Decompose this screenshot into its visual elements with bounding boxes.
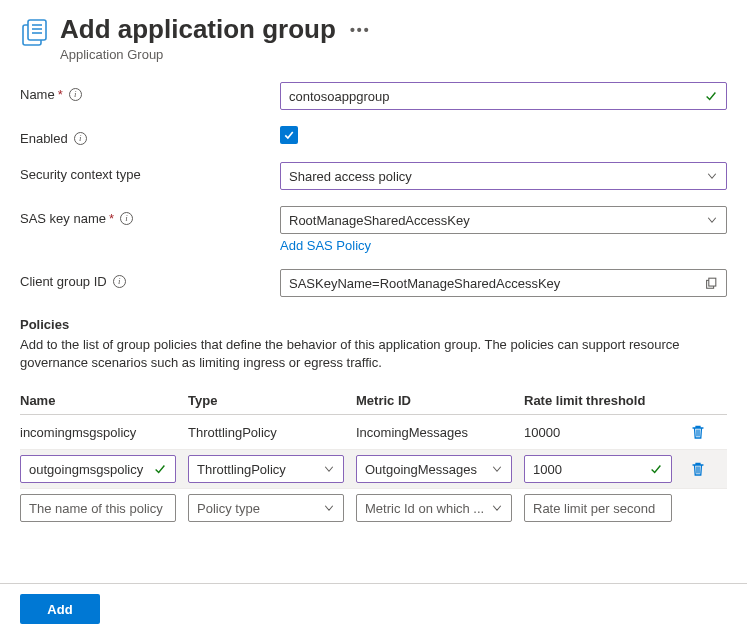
sas-key-name-value: RootManageSharedAccessKey — [289, 213, 700, 228]
add-sas-policy-link[interactable]: Add SAS Policy — [280, 238, 371, 253]
security-context-type-value: Shared access policy — [289, 169, 700, 184]
policies-heading: Policies — [20, 317, 727, 332]
client-group-id-value: SASKeyName=RootManageSharedAccessKey — [289, 276, 698, 291]
policies-description: Add to the list of group policies that d… — [20, 336, 727, 371]
info-icon[interactable]: i — [69, 88, 82, 101]
col-rate-header: Rate limit threshold — [524, 393, 684, 408]
policy-metric-select[interactable]: Metric Id on which ... — [356, 494, 512, 522]
sas-key-name-select[interactable]: RootManageSharedAccessKey — [280, 206, 727, 234]
name-input-value: contosoappgroup — [289, 89, 698, 104]
col-metric-header: Metric ID — [356, 393, 524, 408]
sas-key-name-label: SAS key name — [20, 211, 106, 226]
chevron-down-icon — [323, 502, 335, 514]
policy-rate-cell: 10000 — [524, 421, 684, 444]
col-name-header: Name — [20, 393, 188, 408]
policy-type-value: ThrottlingPolicy — [197, 462, 317, 477]
policy-type-select[interactable]: ThrottlingPolicy — [188, 455, 344, 483]
delete-policy-button[interactable] — [690, 461, 706, 477]
chevron-down-icon — [491, 463, 503, 475]
policy-row: incomingmsgspolicy ThrottlingPolicy Inco… — [20, 415, 727, 449]
policy-rate-input[interactable]: Rate limit per second — [524, 494, 672, 522]
app-group-icon — [20, 18, 50, 51]
policy-metric-placeholder: Metric Id on which ... — [365, 501, 485, 516]
policy-name-placeholder: The name of this policy — [29, 501, 167, 516]
more-actions-icon[interactable]: ••• — [350, 22, 371, 38]
col-type-header: Type — [188, 393, 356, 408]
chevron-down-icon — [706, 170, 718, 182]
copy-icon[interactable] — [704, 276, 718, 290]
check-icon — [649, 462, 663, 476]
svg-rect-1 — [28, 20, 46, 40]
policy-name-cell: incomingmsgspolicy — [20, 421, 188, 444]
chevron-down-icon — [491, 502, 503, 514]
info-icon[interactable]: i — [74, 132, 87, 145]
policy-name-input[interactable]: The name of this policy — [20, 494, 176, 522]
info-icon[interactable]: i — [113, 275, 126, 288]
delete-policy-button[interactable] — [690, 424, 706, 440]
policy-name-value: outgoingmsgspolicy — [29, 462, 147, 477]
security-context-type-select[interactable]: Shared access policy — [280, 162, 727, 190]
policy-type-placeholder: Policy type — [197, 501, 317, 516]
name-input[interactable]: contosoappgroup — [280, 82, 727, 110]
enabled-checkbox[interactable] — [280, 126, 298, 144]
svg-rect-6 — [709, 278, 716, 286]
policy-name-input[interactable]: outgoingmsgspolicy — [20, 455, 176, 483]
policy-row-new: The name of this policy Policy type Metr… — [20, 489, 727, 527]
chevron-down-icon — [706, 214, 718, 226]
page-title: Add application group — [60, 14, 336, 45]
policy-metric-select[interactable]: OutgoingMessages — [356, 455, 512, 483]
name-label: Name — [20, 87, 55, 102]
add-button[interactable]: Add — [20, 594, 100, 624]
security-context-type-label: Security context type — [20, 167, 141, 182]
policy-rate-input[interactable]: 1000 — [524, 455, 672, 483]
policy-type-cell: ThrottlingPolicy — [188, 421, 356, 444]
chevron-down-icon — [323, 463, 335, 475]
policy-metric-cell: IncomingMessages — [356, 421, 524, 444]
info-icon[interactable]: i — [120, 212, 133, 225]
policy-rate-value: 1000 — [533, 462, 643, 477]
client-group-id-label: Client group ID — [20, 274, 107, 289]
required-marker: * — [109, 211, 114, 226]
policy-row: outgoingmsgspolicy ThrottlingPolicy Outg… — [20, 449, 727, 489]
policy-type-select[interactable]: Policy type — [188, 494, 344, 522]
policy-rate-placeholder: Rate limit per second — [533, 501, 663, 516]
enabled-label: Enabled — [20, 131, 68, 146]
page-subtitle: Application Group — [60, 47, 371, 62]
client-group-id-input[interactable]: SASKeyName=RootManageSharedAccessKey — [280, 269, 727, 297]
check-icon — [153, 462, 167, 476]
required-marker: * — [58, 87, 63, 102]
check-icon — [704, 89, 718, 103]
policy-metric-value: OutgoingMessages — [365, 462, 485, 477]
